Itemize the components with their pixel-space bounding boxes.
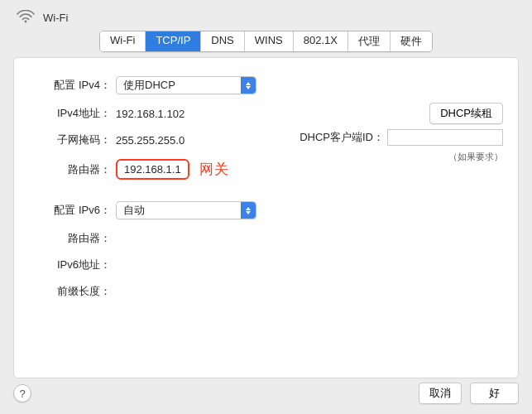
tab-wins[interactable]: WINS bbox=[245, 31, 294, 51]
help-button[interactable]: ? bbox=[13, 384, 31, 402]
tab-bar: Wi-Fi TCP/IP DNS WINS 802.1X 代理 硬件 bbox=[99, 31, 433, 52]
tab-hardware[interactable]: 硬件 bbox=[391, 31, 432, 51]
subnet-mask-label: 子网掩码 bbox=[29, 132, 116, 147]
gateway-annotation: 网关 bbox=[199, 160, 229, 179]
window-title: Wi-Fi bbox=[43, 12, 68, 24]
ipv4-router-value: 192.168.1.1 bbox=[124, 163, 181, 176]
configure-ipv4-select[interactable]: 使用DHCP bbox=[116, 76, 256, 94]
tcpip-panel: 配置 IPv4 使用DHCP IPv4地址 192.168.1.102 子网掩码… bbox=[13, 57, 519, 378]
window-header: Wi-Fi bbox=[0, 0, 532, 34]
configure-ipv4-value: 使用DHCP bbox=[123, 78, 241, 93]
tab-proxy[interactable]: 代理 bbox=[348, 31, 391, 51]
tab-8021x[interactable]: 802.1X bbox=[294, 31, 348, 51]
router-highlight-box: 192.168.1.1 bbox=[116, 159, 189, 180]
ipv6-address-label: IPv6地址 bbox=[29, 258, 116, 272]
dhcp-client-id-input[interactable] bbox=[387, 129, 503, 146]
dhcp-client-id-hint: （如果要求） bbox=[448, 151, 503, 163]
ipv4-address-value: 192.168.1.102 bbox=[116, 108, 185, 120]
ok-button[interactable]: 好 bbox=[470, 383, 519, 404]
configure-ipv6-value: 自动 bbox=[123, 203, 241, 218]
subnet-mask-value: 255.255.255.0 bbox=[116, 134, 185, 147]
ipv6-router-label: 路由器 bbox=[29, 231, 116, 246]
select-stepper-icon bbox=[241, 202, 256, 219]
wifi-icon bbox=[17, 10, 35, 26]
dhcp-client-id-label: DHCP客户端ID bbox=[300, 130, 384, 145]
ipv4-address-label: IPv4地址 bbox=[29, 106, 116, 121]
cancel-button[interactable]: 取消 bbox=[419, 383, 462, 404]
svg-point-0 bbox=[25, 21, 27, 23]
tab-wifi[interactable]: Wi-Fi bbox=[100, 31, 146, 51]
dhcp-renew-button[interactable]: DHCP续租 bbox=[429, 103, 503, 124]
configure-ipv6-select[interactable]: 自动 bbox=[116, 201, 256, 219]
configure-ipv4-label: 配置 IPv4 bbox=[29, 78, 116, 93]
ipv4-router-label: 路由器 bbox=[29, 162, 116, 177]
tab-dns[interactable]: DNS bbox=[201, 31, 244, 51]
configure-ipv6-label: 配置 IPv6 bbox=[29, 203, 116, 218]
tab-tcpip[interactable]: TCP/IP bbox=[146, 31, 201, 51]
ipv6-prefix-label: 前缀长度 bbox=[29, 284, 116, 299]
select-stepper-icon bbox=[241, 77, 256, 94]
